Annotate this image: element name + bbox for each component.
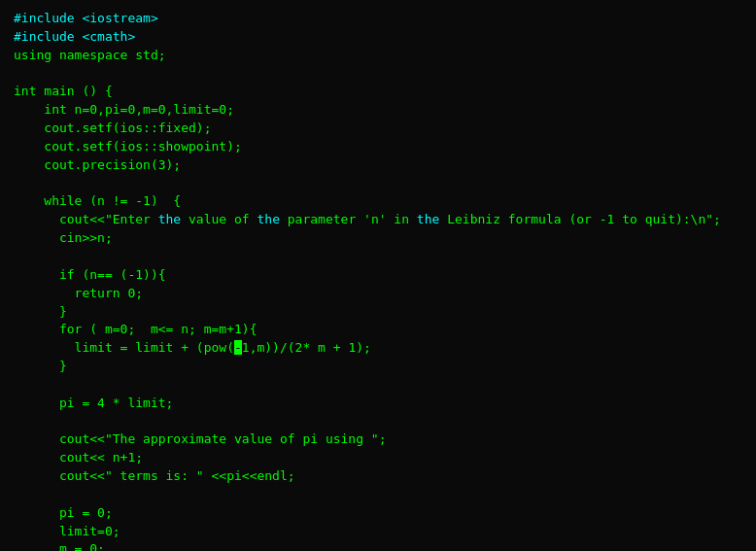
line-18: for ( m=0; m<= n; m=m+1){ bbox=[14, 322, 257, 336]
line-25: cout<< n+1; bbox=[14, 450, 143, 465]
code-editor[interactable]: #include <iostream> #include <cmath> usi… bbox=[14, 10, 742, 551]
line-19: limit = limit + (pow(-1,m))/(2* m + 1); bbox=[14, 340, 371, 355]
line-3: using namespace std; bbox=[14, 48, 166, 62]
line-29: limit=0; bbox=[14, 524, 120, 538]
line-1: #include <iostream> bbox=[14, 11, 158, 25]
line-28: pi = 0; bbox=[14, 505, 113, 520]
line-11: while (n != -1) { bbox=[14, 193, 181, 208]
line-24: cout<<"The approximate value of pi using… bbox=[14, 431, 387, 446]
line-8: cout.setf(ios::showpoint); bbox=[14, 139, 242, 154]
line-13: cin>>n; bbox=[14, 230, 113, 245]
line-20: } bbox=[14, 359, 67, 373]
line-2: #include <cmath> bbox=[14, 29, 135, 44]
line-6: int n=0,pi=0,m=0,limit=0; bbox=[14, 102, 234, 117]
line-5: int main () { bbox=[14, 84, 113, 98]
line-26: cout<<" terms is: " <<pi<<endl; bbox=[14, 468, 295, 483]
line-7: cout.setf(ios::fixed); bbox=[14, 121, 212, 135]
line-30: m = 0; bbox=[14, 541, 105, 551]
line-12: cout<<"Enter the value of the parameter … bbox=[14, 212, 721, 226]
code-content: #include <iostream> #include <cmath> usi… bbox=[14, 10, 742, 551]
line-17: } bbox=[14, 304, 67, 319]
line-15: if (n== (-1)){ bbox=[14, 267, 166, 282]
line-9: cout.precision(3); bbox=[14, 157, 181, 172]
line-16: return 0; bbox=[14, 286, 143, 300]
line-22: pi = 4 * limit; bbox=[14, 396, 173, 410]
